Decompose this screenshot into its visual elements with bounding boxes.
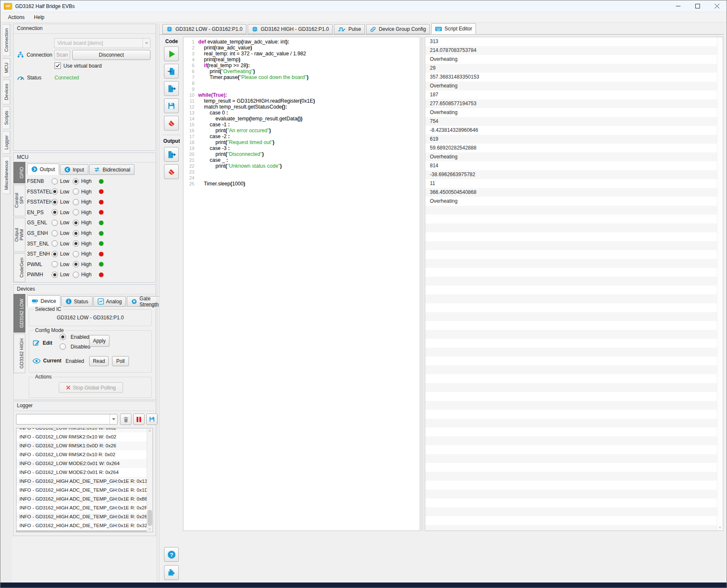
log-scrollbar-thumb[interactable] [148, 510, 152, 526]
mcu-tab-output[interactable]: Output [27, 163, 59, 175]
maximize-button[interactable] [688, 0, 707, 12]
chevron-down-icon[interactable] [109, 414, 117, 424]
output-scrollbar[interactable]: ˅ [717, 37, 723, 531]
save-script-button[interactable] [164, 98, 179, 113]
log-list[interactable]: INFO - GD3162_LOW RMSK2:0x10 W: 0x02INFO… [16, 428, 153, 532]
clear-log-button[interactable] [120, 414, 131, 425]
low-radio[interactable] [52, 209, 58, 215]
device-tab-analog[interactable]: Analog [93, 296, 126, 307]
log-row[interactable]: INFO - GD3162_LOW RMSK2:0x10 R: 0x02 [16, 450, 153, 459]
help-button[interactable]: ? [164, 547, 179, 562]
high-radio[interactable] [73, 220, 79, 226]
mcu-side-tab-spi-control[interactable]: SPI Control [14, 185, 25, 216]
high-radio[interactable] [73, 240, 79, 247]
code-line: 17 case -2 : [183, 133, 420, 139]
dock-tab-scripts[interactable]: Scripts [3, 106, 10, 129]
plugins-button[interactable] [164, 565, 179, 580]
export-script-button[interactable] [164, 81, 179, 96]
low-radio[interactable] [52, 178, 58, 185]
log-row[interactable]: INFO - GD3162_HIGH ADC_DIE_TEMP_GH:0x1E … [16, 504, 153, 512]
log-scrollbar[interactable]: ˄ ˅ [147, 428, 153, 532]
enabled-radio[interactable] [60, 334, 66, 340]
clear-output-button[interactable] [164, 164, 179, 179]
close-button[interactable] [707, 0, 727, 12]
menu-actions[interactable]: Actions [8, 14, 25, 20]
low-radio[interactable] [52, 272, 58, 278]
load-script-button[interactable] [164, 64, 179, 79]
menu-help[interactable]: Help [34, 14, 44, 20]
log-row[interactable]: INFO - GD3162_HIGH ADC_DIE_TEMP_GH:0x1E … [16, 477, 153, 486]
scroll-down-icon[interactable]: ˅ [147, 527, 153, 531]
dock-tab-miscellaneous[interactable]: Miscellaneous [3, 156, 10, 194]
read-button[interactable]: Read [89, 356, 109, 366]
high-radio[interactable] [73, 178, 79, 185]
log-row[interactable]: INFO - GD3162_HIGH ADC_DIE_TEMP_GH:0x1E … [16, 521, 153, 530]
low-radio[interactable] [52, 220, 58, 226]
low-radio[interactable] [52, 199, 58, 205]
minimize-button[interactable] [668, 0, 688, 12]
high-radio[interactable] [73, 251, 79, 257]
mcu-side-tab-codegen[interactable]: CodeGen [14, 253, 25, 282]
low-radio[interactable] [52, 251, 58, 257]
high-radio[interactable] [73, 209, 79, 215]
device-tab-status[interactable]: Status [61, 296, 93, 307]
board-select[interactable]: Virtual board [demo] [54, 38, 150, 48]
apply-button[interactable]: Apply [89, 335, 109, 347]
log-filter-combobox[interactable] [16, 414, 118, 425]
device-tab-device[interactable]: Device [27, 295, 60, 307]
mcu-tab-bidirectional[interactable]: Bidirectional [89, 164, 134, 175]
scan-button[interactable]: Scan [54, 50, 70, 60]
use-virtual-board-row[interactable]: Use virtual board [55, 63, 102, 69]
clear-script-button[interactable] [164, 116, 179, 131]
tab-gd3162-high-gd3162-p1-0[interactable]: GD3162 HIGH - GD3162:P1.0 [248, 24, 333, 34]
low-radio[interactable] [52, 230, 58, 237]
poll-button[interactable]: Poll [112, 356, 129, 366]
disconnect-button[interactable]: Disconnect [72, 50, 150, 60]
device-side-tab-gd3162-low[interactable]: GD3162 LOW [14, 294, 25, 332]
device-side-tab-gd3162-high[interactable]: GD3162 HIGH [14, 334, 25, 373]
tab-device-group-config[interactable]: Device Group Config [366, 24, 429, 34]
use-virtual-board-checkbox[interactable] [55, 63, 61, 69]
pause-log-button[interactable] [133, 414, 145, 425]
tab-pulse[interactable]: Pulse [334, 24, 365, 34]
high-radio[interactable] [73, 199, 79, 205]
low-radio[interactable] [52, 240, 58, 247]
high-radio[interactable] [73, 230, 79, 237]
log-row[interactable]: INFO - GD3162_LOW RMSK2:0x10 W: 0x02 [16, 433, 153, 441]
mcu-side-tab-pwm-output[interactable]: PWM Output [14, 218, 25, 252]
save-log-button[interactable] [146, 414, 158, 425]
tab-script-editor[interactable]: Script Editor [431, 23, 476, 34]
mcu-tab-input[interactable]: Input [60, 164, 88, 175]
log-row[interactable]: INFO - GD3162_HIGH ADC_DIE_TEMP_GH:0x1E … [16, 530, 153, 532]
high-radio[interactable] [73, 272, 79, 278]
code-editor[interactable]: 1def evaluate_temp(raw_adc_value: int):2… [183, 37, 420, 531]
log-row[interactable]: INFO - GD3162_LOW RMSK1:0x0D R: 0x26 [16, 441, 153, 450]
dock-tab-connection[interactable]: Connection [3, 24, 10, 56]
scroll-down-icon[interactable]: ˅ [717, 525, 723, 530]
scroll-up-icon[interactable]: ˄ [147, 429, 153, 433]
low-radio[interactable] [52, 261, 58, 267]
disabled-radio[interactable] [60, 343, 66, 350]
dock-tab-devices[interactable]: Devices [3, 79, 10, 104]
mcu-side-tab-gpio[interactable]: GPIO [14, 162, 25, 183]
tab-gd3162-low-gd3162-p1-0[interactable]: GD3162 LOW - GD3162:P1.0 [162, 24, 246, 34]
dock-tab-mcu[interactable]: MCU [3, 58, 10, 77]
log-row[interactable]: INFO - GD3162_HIGH ADC_DIE_TEMP_GH:0x1E … [16, 486, 153, 495]
code-section-label: Code [162, 38, 181, 44]
help-icon: ? [167, 550, 176, 559]
stop-global-polling-button[interactable]: Stop Global Polling [59, 382, 123, 393]
editor-output-splitter[interactable] [421, 37, 423, 531]
run-script-button[interactable] [164, 46, 179, 61]
log-row[interactable]: INFO - GD3162_HIGH ADC_DIE_TEMP_GH:0x1E … [16, 512, 153, 521]
log-row[interactable]: INFO - GD3162_LOW MODE2:0x01 W: 0x264 [16, 459, 153, 468]
high-radio[interactable] [73, 188, 79, 195]
log-row[interactable]: INFO - GD3162_LOW RMSK2:0x10 W: 0x02 [16, 428, 153, 433]
log-row[interactable]: INFO - GD3162_LOW MODE2:0x01 R: 0x264 [16, 468, 153, 477]
high-radio[interactable] [73, 261, 79, 267]
export-output-button[interactable] [164, 147, 179, 162]
log-row[interactable]: INFO - GD3162_HIGH ADC_DIE_TEMP_GH:0x1E … [16, 495, 153, 504]
dock-tab-logger[interactable]: Logger [3, 131, 10, 154]
low-radio[interactable] [52, 188, 58, 195]
disabled-radio-row[interactable]: Disabled [60, 343, 90, 350]
enabled-radio-row[interactable]: Enabled [60, 334, 89, 340]
